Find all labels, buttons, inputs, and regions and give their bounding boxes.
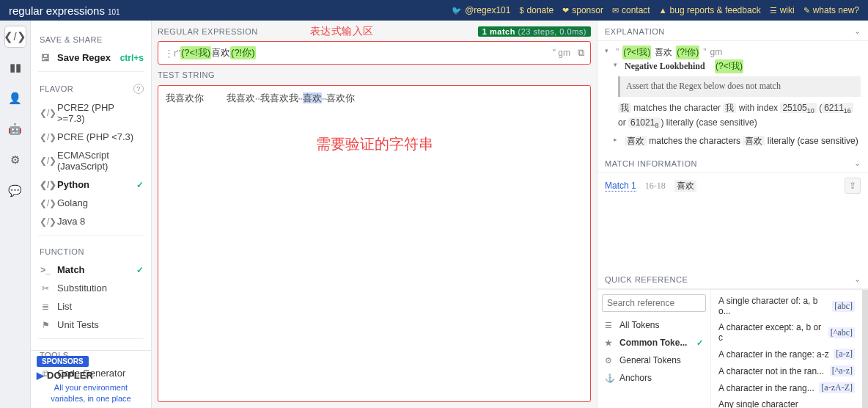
qr-item[interactable]: A character not in the ran...[^a-z] [711,363,862,379]
qr-item[interactable]: A single character of: a, b o...[abc] [711,293,862,319]
func-list[interactable]: ≣List [38,297,144,316]
link-donate[interactable]: $donate [519,5,553,15]
chevron-down-icon: ⌄ [854,26,861,36]
right-pane: EXPLANATION⌄ ▾" (?<!我)喜欢(?!你) " gm ▾Nega… [597,21,868,408]
test-string-input[interactable]: 我喜欢你 我喜欢••我喜欢我••喜欢••喜欢你 需要验证的字符串 [158,85,591,402]
rail-user-icon[interactable]: 👤 [5,88,26,109]
matchinfo-body: Match 1 16-18 喜欢 ⇪ [597,173,868,198]
save-regex[interactable]: 🖫Save Regexctrl+s [38,48,144,67]
func-unit[interactable]: ⚑Unit Tests [38,316,144,334]
annotation-1: 表达式输入区 [310,25,374,38]
cat-common[interactable]: ★Common Toke...✓ [597,334,710,351]
qr-item[interactable]: A character in the rang...[a-zA-Z] [711,379,862,396]
explanation-body: ▾" (?<!我)喜欢(?!你) " gm ▾Negative Lookbehi… [597,41,868,153]
qr-item[interactable]: A character except: a, b or c[^abc] [711,319,862,346]
section-save: SAVE & SHARE [40,35,144,44]
quickref-search[interactable] [602,294,706,312]
doppler-icon: ▶ [37,370,44,381]
match-status: 1 match (23 steps, 0.0ms) [478,26,591,37]
quickref-header[interactable]: QUICK REFERENCE⌄ [597,269,868,289]
flavor-java[interactable]: ❮/❯Java 8 [38,212,144,230]
annotation-2: 需要验证的字符串 [166,134,583,154]
rail-robot-icon[interactable]: 🤖 [5,119,26,139]
link-wiki[interactable]: ☰wiki [770,5,795,15]
rail-chat-icon[interactable]: 💬 [5,181,26,201]
sidebar: SAVE & SHARE 🖫Save Regexctrl+s FLAVOR? ❮… [31,21,152,408]
top-header: regular expressions101 🐦@regex101 $donat… [0,0,868,21]
rail-settings-icon[interactable]: ⚙ [5,150,26,170]
sponsor-panel[interactable]: SPONSORS ▶DOPPLER All your environment v… [31,350,151,408]
flavor-ecma[interactable]: ❮/❯ECMAScript (JavaScript) [38,146,144,175]
cat-anchors[interactable]: ⚓Anchors [597,369,710,387]
explanation-header[interactable]: EXPLANATION⌄ [597,21,868,41]
brand[interactable]: regular expressions101 [9,4,120,17]
link-whatsnew[interactable]: ✎whats new? [803,5,859,15]
quickref-body: ☰All Tokens ★Common Toke...✓ ⚙General To… [597,289,868,408]
func-sub[interactable]: ✂Substitution [38,279,144,297]
chevron-down-icon: ⌄ [854,274,861,284]
match-link[interactable]: Match 1 [605,181,636,192]
rail-regex-icon[interactable]: ❮/❯ [5,26,26,47]
info-icon[interactable]: ? [133,84,144,94]
regex-input[interactable]: ⋮ r" (?<!我)喜欢(?!你) " gm ⧉ [158,41,591,65]
flavor-python[interactable]: ❮/❯Python✓ [38,175,144,194]
save-icon: 🖫 [40,53,51,63]
nav-rail: ❮/❯ ▮▮ 👤 🤖 ⚙ 💬 [0,21,31,408]
matchinfo-header[interactable]: MATCH INFORMATION⌄ [597,153,868,173]
cat-general[interactable]: ⚙General Tokens [597,351,710,369]
section-flavor: FLAVOR? [40,84,144,94]
func-match[interactable]: >_Match✓ [38,261,144,279]
link-bugs[interactable]: ▲bug reports & feedback [659,5,761,15]
regex-header: REGULAR EXPRESSION 表达式输入区 1 match (23 st… [158,25,591,38]
qr-item[interactable]: A character in the range: a-z[a-z] [711,346,862,363]
link-contact[interactable]: ✉contact [612,5,650,15]
chevron-down-icon: ⌄ [854,159,861,168]
flavor-pcre2[interactable]: ❮/❯PCRE2 (PHP >=7.3) [38,98,144,128]
link-twitter[interactable]: 🐦@regex101 [452,5,510,15]
export-icon[interactable]: ⇪ [845,178,861,194]
rail-chart-icon[interactable]: ▮▮ [5,57,26,78]
scrollbar[interactable] [862,290,868,408]
test-header: TEST STRING [158,70,591,79]
center-area: REGULAR EXPRESSION 表达式输入区 1 match (23 st… [152,21,597,408]
qr-item[interactable]: Any single character [711,396,862,408]
section-function: FUNCTION [40,247,144,256]
link-sponsor[interactable]: ❤sponsor [562,5,603,15]
copy-regex-icon[interactable]: ⧉ [578,47,584,59]
cat-all[interactable]: ☰All Tokens [597,316,710,334]
flavor-go[interactable]: ❮/❯Golang [38,194,144,212]
flavor-pcre[interactable]: ❮/❯PCRE (PHP <7.3) [38,128,144,146]
